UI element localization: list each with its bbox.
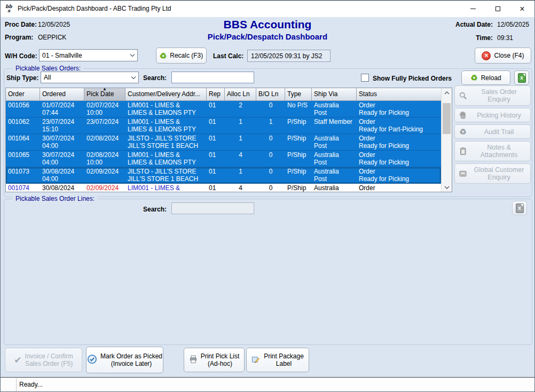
table-row[interactable]: 00105601/07/202407:4402/07/202410:00LIM0… (6, 101, 441, 117)
reload-label: Reload (481, 74, 501, 82)
mark-label-line1: Mark Order as Picked (100, 352, 162, 360)
column-header-alloc-ln[interactable]: Alloc Ln (225, 88, 256, 100)
column-header-rep[interactable]: Rep (207, 88, 225, 100)
audit-trail-button[interactable]: ♻ Audit Trail (454, 124, 531, 139)
table-row[interactable]: 00107330/08/202404:0002/09/2024JILSTO - … (6, 167, 441, 184)
table-cell: 001062 (6, 117, 40, 134)
table-cell: P/Ship (285, 151, 312, 167)
print-package-label-line2: Label (276, 360, 292, 367)
status-bar: Ready... (1, 377, 534, 391)
table-cell: AustraliaPost (312, 151, 357, 167)
scroll-up-icon[interactable] (442, 88, 452, 97)
print-package-label-button[interactable]: Print PackageLabel (246, 348, 309, 372)
excel-icon: x (518, 73, 526, 83)
actions-bar: ✔ Invoice / ConfirmSales Order (F5) Mark… (1, 345, 534, 377)
invoice-label-line2: Sales Order (F5) (25, 360, 73, 367)
table-cell: 30/08/2024 (40, 184, 84, 192)
maximize-button[interactable] (485, 1, 510, 17)
table-cell: 0 (256, 167, 285, 183)
table-cell: 30/07/202404:00 (40, 151, 84, 167)
label-pencil-icon (251, 355, 261, 365)
orders-table-scrollbar[interactable] (441, 88, 452, 192)
column-header-order[interactable]: Order (6, 88, 40, 100)
table-cell: 23/07/202415:10 (40, 117, 84, 134)
picking-history-button[interactable]: Picking History (454, 108, 531, 122)
minimize-icon (470, 9, 476, 9)
wh-code-select[interactable]: 01 - Smallville (39, 49, 138, 61)
orders-group: Pickable Sales Orders: Ship Type: All Se… (4, 68, 532, 197)
lines-search-input[interactable] (171, 202, 254, 214)
reload-button[interactable]: ♻ Reload (461, 70, 510, 85)
show-fully-picked-label: Show Fully Picked Orders (373, 75, 452, 82)
printer-icon (189, 355, 198, 365)
wh-code-label: W/H Code: (5, 52, 37, 60)
mark-label-line2: (Invoice Later) (111, 360, 152, 367)
side-button-label: Sales Order Enquiry (471, 88, 530, 103)
table-cell: 02/07/202410:00 (84, 101, 125, 117)
column-header-type[interactable]: Type (285, 88, 312, 100)
table-cell: 001073 (6, 167, 40, 183)
mark-order-picked-button[interactable]: Mark Order as Picked(Invoice Later) (86, 347, 163, 373)
column-header-ship-via[interactable]: Ship Via (312, 88, 357, 100)
table-cell: 01 (207, 117, 225, 134)
lines-export-excel-button[interactable]: x (512, 201, 527, 215)
column-header-customer[interactable]: Customer/Delivery Addr... (125, 88, 207, 100)
window-close-button[interactable]: × (510, 1, 534, 17)
notes-attachments-button[interactable]: Notes & Attachments (454, 141, 531, 161)
ship-type-label: Ship Type: (6, 74, 38, 82)
actual-date-label: Actual Date: (452, 21, 493, 28)
table-cell: No P/S (285, 101, 312, 117)
invoice-label-line1: Invoice / Confirm (25, 352, 73, 360)
column-header-pick-date[interactable]: ▲Pick Date (84, 88, 125, 100)
actual-date-value: 12/05/2025 (497, 21, 529, 28)
minimize-button[interactable] (461, 1, 485, 17)
table-cell: P/Ship (285, 167, 312, 183)
orders-export-excel-button[interactable]: x (514, 70, 529, 85)
print-pick-label-line2: (Ad-hoc) (208, 360, 232, 367)
table-cell: 0 (256, 184, 285, 192)
table-cell: 0 (256, 134, 285, 150)
global-customer-enquiry-button[interactable]: Global Customer Enquiry (454, 163, 531, 184)
sales-order-enquiry-button[interactable]: Sales Order Enquiry (454, 85, 531, 106)
scrollbar-thumb[interactable] (443, 103, 451, 134)
table-cell: 01 (207, 167, 225, 183)
table-cell: 02/08/202410:00 (84, 151, 125, 167)
table-cell: 0 (256, 101, 285, 117)
table-row[interactable]: 00106530/07/202404:0002/08/202410:00LIM0… (6, 151, 441, 167)
scroll-down-icon[interactable] (442, 183, 452, 192)
lines-search-label: Search: (132, 206, 167, 213)
table-cell: JILSTO - JILL'S STOREJILL'S STORE 1 BEAC… (125, 167, 207, 183)
window-title: Pick/Pack/Despatch Dashboard - ABC Tradi… (18, 5, 171, 12)
table-row[interactable]: 00107430/08/202402/09/2024LIM001 - LIMES… (6, 184, 441, 192)
print-package-label-line1: Print Package (264, 352, 304, 360)
time-label: Time: (452, 34, 493, 42)
column-header-status[interactable]: Status (357, 88, 441, 100)
last-calc-value: 12/05/2025 09:31 by JS2 (251, 52, 322, 60)
orders-search-input[interactable] (171, 72, 254, 83)
table-cell: Staff Member (312, 117, 357, 134)
ship-type-value: All (44, 74, 51, 81)
orders-table-body: 00105601/07/202407:4402/07/202410:00LIM0… (6, 101, 441, 192)
table-cell: 001065 (6, 151, 40, 167)
status-text: Ready... (19, 381, 43, 388)
last-calc-field: 12/05/2025 09:31 by JS2 (247, 50, 331, 62)
column-header-bo-ln[interactable]: B/O Ln (256, 88, 285, 100)
invoice-confirm-button[interactable]: ✔ Invoice / ConfirmSales Order (F5) (5, 348, 82, 372)
table-cell: Australia (312, 184, 357, 192)
table-cell: 30/07/202404:00 (40, 134, 84, 150)
check-icon: ✔ (14, 355, 21, 366)
side-button-label: Notes & Attachments (471, 144, 530, 159)
table-cell: 001064 (6, 134, 40, 150)
close-f4-button[interactable]: × Close (F4) (475, 48, 531, 64)
ship-type-select[interactable]: All (41, 72, 139, 83)
show-fully-picked-checkbox[interactable] (361, 74, 369, 82)
table-row[interactable]: 00106223/07/202415:1023/07/2024LIM001 - … (6, 117, 441, 134)
table-cell: 01/07/202407:44 (40, 101, 84, 117)
table-row[interactable]: 00106430/07/202404:0002/08/2024JILSTO - … (6, 134, 441, 151)
table-cell: LIM001 - LIMES &LIMES & LEMONS PTY (125, 151, 207, 167)
column-header-ordered[interactable]: Ordered (40, 88, 84, 100)
print-pick-list-button[interactable]: Print Pick List(Ad-hoc) (184, 348, 245, 372)
orders-search-label: Search: (132, 74, 167, 82)
table-cell: JILSTO - JILL'S STOREJILL'S STORE 1 BEAC… (125, 134, 207, 150)
recalc-button[interactable]: ♻ Recalc (F3) (156, 48, 207, 64)
